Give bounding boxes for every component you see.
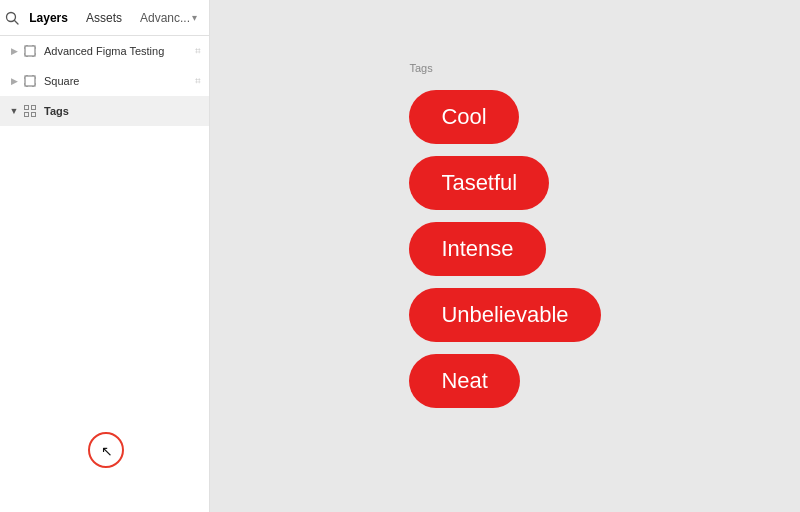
expand-icon: ▼ (8, 105, 20, 117)
svg-rect-2 (25, 46, 35, 56)
layer-name: Advanced Figma Testing (44, 45, 195, 57)
tags-container: Tags Cool Tasetful Intense Unbelievable … (409, 90, 600, 408)
layer-meta: ⌗ (195, 75, 201, 87)
svg-rect-11 (25, 76, 35, 86)
tab-advance[interactable]: Advanc... ▾ (132, 5, 205, 31)
group-icon (22, 103, 38, 119)
expand-icon: ▶ (8, 45, 20, 57)
svg-rect-23 (32, 113, 36, 117)
svg-rect-20 (25, 106, 29, 110)
layer-item-square[interactable]: ▶ Square ⌗ (0, 66, 209, 96)
tag-intense[interactable]: Intense (409, 222, 545, 276)
frame-icon (22, 73, 38, 89)
cursor-indicator: ↖ (88, 432, 124, 468)
search-icon[interactable] (4, 4, 19, 32)
svg-line-1 (14, 20, 18, 24)
tab-assets[interactable]: Assets (78, 5, 130, 31)
chevron-down-icon: ▾ (192, 12, 197, 23)
cursor-icon: ↖ (101, 443, 113, 459)
main-canvas: Tags Cool Tasetful Intense Unbelievable … (210, 0, 800, 512)
svg-rect-21 (32, 106, 36, 110)
tags-section-label: Tags (409, 62, 432, 74)
layer-meta: ⌗ (195, 45, 201, 57)
layer-item-advanced-figma-testing[interactable]: ▶ Advanced Figma Testing ⌗ (0, 36, 209, 66)
expand-icon: ▶ (8, 75, 20, 87)
tag-cool[interactable]: Cool (409, 90, 518, 144)
frame-icon (22, 43, 38, 59)
layer-name: Square (44, 75, 195, 87)
svg-rect-22 (25, 113, 29, 117)
sidebar: Layers Assets Advanc... ▾ ▶ Advanced Fig… (0, 0, 210, 512)
tag-neat[interactable]: Neat (409, 354, 519, 408)
layer-name: Tags (44, 105, 201, 117)
sidebar-header: Layers Assets Advanc... ▾ (0, 0, 209, 36)
tag-unbelievable[interactable]: Unbelievable (409, 288, 600, 342)
tag-tasetful[interactable]: Tasetful (409, 156, 549, 210)
layer-item-tags[interactable]: ▼ Tags (0, 96, 209, 126)
tab-layers[interactable]: Layers (21, 5, 76, 31)
